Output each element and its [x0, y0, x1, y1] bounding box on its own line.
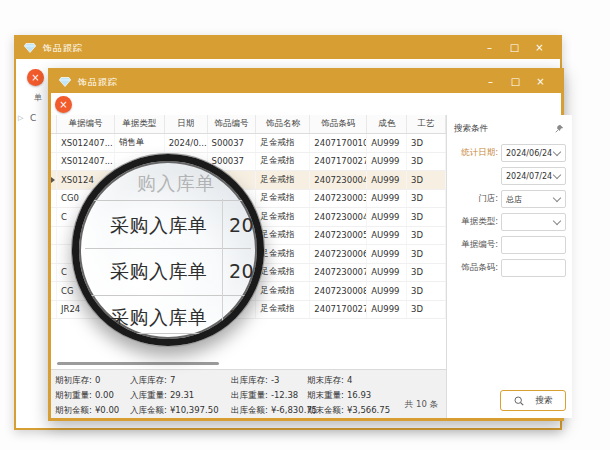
summary-label: 出库金额: — [231, 405, 268, 417]
minimize-icon[interactable]: – — [478, 71, 503, 93]
search-icon — [514, 396, 524, 406]
summary-label: 期初金额: — [55, 405, 92, 417]
table-cell: 足金戒指 — [256, 282, 310, 300]
store-select[interactable]: 总店 — [501, 190, 566, 208]
summary-label: 入库金额: — [130, 405, 167, 417]
summary-item: 出库重量:-12.38 — [231, 390, 307, 402]
search-button[interactable]: 搜索 — [500, 390, 566, 411]
outer-window-title: 饰品跟踪 — [43, 42, 83, 55]
table-cell: 2024/0... — [165, 134, 208, 152]
table-cell: AU999 — [367, 153, 407, 171]
table-cell: AU999 — [367, 264, 407, 282]
summary-label: 期初库存: — [55, 375, 92, 387]
column-header[interactable]: 饰品名称 — [256, 115, 310, 133]
close-tab-button[interactable]: × — [55, 96, 72, 113]
search-field-row: 饰品条码: — [452, 259, 566, 277]
table-cell: 足金戒指 — [256, 301, 310, 319]
close-icon[interactable]: × — [527, 37, 552, 59]
summary-value: ¥3,566.75 — [347, 405, 390, 417]
maximize-icon[interactable]: □ — [502, 37, 527, 59]
table-cell: 3D — [407, 190, 446, 208]
magnified-row-divider — [85, 248, 251, 249]
table-cell: 3D — [407, 208, 446, 226]
table-cell: AU999 — [367, 245, 407, 263]
doc-type-select[interactable] — [501, 213, 566, 231]
table-cell: 2407170010 — [310, 134, 367, 152]
table-cell: 2407170027 — [310, 301, 367, 319]
table-cell: AU999 — [367, 190, 407, 208]
app-diamond-icon — [59, 77, 71, 87]
tree-expander-icon[interactable]: ▷ — [18, 114, 23, 122]
inner-titlebar[interactable]: 饰品跟踪 – □ × — [51, 71, 561, 93]
doc-no-input[interactable] — [501, 236, 566, 254]
table-cell: XS012407... — [57, 153, 115, 171]
date-from-label: 统计日期: — [452, 147, 498, 159]
summary-bar: 期初库存:0入库库存:7出库库存:-3期末库存:4期初重量:0.00入库重量:2… — [51, 369, 446, 418]
search-panel: 搜索条件 统计日期:2024/06/242024/07/24门店:总店单据类型:… — [447, 115, 572, 418]
table-cell: 3D — [407, 153, 446, 171]
outer-close-tab-button[interactable]: × — [27, 69, 44, 86]
table-header-row: 单据编号单据类型日期饰品编号饰品名称饰品条码成色工艺 — [51, 115, 446, 134]
summary-value: 7 — [170, 375, 175, 387]
table-cell: 足金戒指 — [256, 134, 310, 152]
table-cell: AU999 — [367, 301, 407, 319]
chevron-down-icon — [553, 171, 561, 179]
magnified-row-divider — [85, 200, 251, 201]
search-panel-title: 搜索条件 — [454, 123, 488, 135]
table-cell: 足金戒指 — [256, 190, 310, 208]
doc-no-label: 单据编号: — [452, 239, 498, 251]
column-header[interactable]: 日期 — [165, 115, 208, 133]
outer-titlebar[interactable]: 饰品跟踪 – □ × — [16, 37, 560, 59]
close-icon[interactable]: × — [528, 71, 553, 93]
horizontal-scrollbar[interactable] — [57, 362, 219, 365]
table-cell: 2407170027 — [310, 153, 367, 171]
inner-window-controls: – □ × — [478, 71, 553, 93]
date-to-select[interactable]: 2024/07/24 — [501, 167, 566, 185]
table-cell: 2407230006 — [310, 245, 367, 263]
summary-value: 29.31 — [170, 390, 194, 402]
table-cell: 3D — [407, 227, 446, 245]
summary-value: -3 — [271, 375, 279, 387]
pin-icon[interactable] — [555, 124, 564, 135]
column-header[interactable]: 单据类型 — [115, 115, 165, 133]
date-from-select[interactable]: 2024/06/24 — [501, 144, 566, 162]
table-cell: 3D — [407, 282, 446, 300]
table-cell: XS012407... — [57, 134, 115, 152]
barcode-label: 饰品条码: — [452, 262, 498, 274]
summary-rows: 期初库存:0入库库存:7出库库存:-3期末库存:4期初重量:0.00入库重量:2… — [55, 373, 446, 418]
search-fields: 统计日期:2024/06/242024/07/24门店:总店单据类型:单据编号:… — [452, 144, 566, 277]
table-cell: AU999 — [367, 134, 407, 152]
minimize-icon[interactable]: – — [477, 37, 502, 59]
summary-label: 期末库存: — [307, 375, 344, 387]
magnified-row-divider — [85, 295, 251, 296]
column-header[interactable]: 单据编号 — [57, 115, 115, 133]
column-header[interactable]: 工艺 — [407, 115, 446, 133]
column-header[interactable]: 饰品条码 — [310, 115, 367, 133]
table-cell: 3D — [407, 134, 446, 152]
barcode-input[interactable] — [501, 259, 566, 277]
selected-row-marker-icon — [51, 177, 55, 183]
summary-value: -12.38 — [271, 390, 298, 402]
outer-peek-letter: C — [30, 113, 36, 123]
close-x-icon: × — [59, 100, 67, 110]
summary-item: 期初库存:0 — [55, 375, 130, 387]
magnified-doc-type: 采购入库单 — [110, 259, 208, 285]
summary-item: 期初重量:0.00 — [55, 390, 130, 402]
doc-type-label: 单据类型: — [452, 216, 498, 228]
close-x-icon: × — [31, 73, 39, 83]
outer-peek-text: 单 — [34, 92, 42, 103]
table-row[interactable]: XS012407...S00037足金戒指2407170027AU9993D — [51, 153, 446, 172]
summary-value: ¥10,397.50 — [170, 405, 219, 417]
column-header[interactable]: 饰品编号 — [208, 115, 257, 133]
maximize-icon[interactable]: □ — [503, 71, 528, 93]
table-row[interactable]: XS012407...销售单2024/0...S00037足金戒指2407170… — [51, 134, 446, 153]
table-cell: 2407230004 — [310, 171, 367, 189]
summary-item: 入库重量:29.31 — [130, 390, 231, 402]
summary-item: 入库库存:7 — [130, 375, 231, 387]
table-cell: AU999 — [367, 282, 407, 300]
inner-window-title: 饰品跟踪 — [78, 76, 118, 89]
table-cell: 3D — [407, 264, 446, 282]
app-diamond-icon — [24, 43, 36, 53]
column-header[interactable]: 成色 — [367, 115, 407, 133]
summary-item: 期初金额:¥0.00 — [55, 405, 130, 417]
